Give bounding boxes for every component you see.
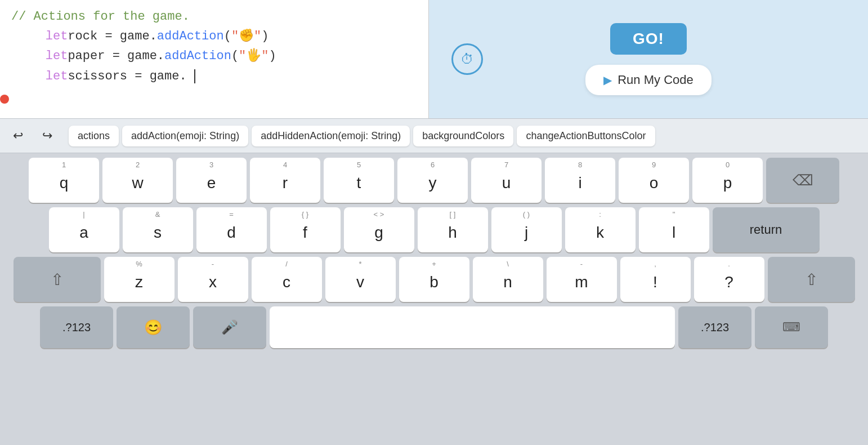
- code-keyword: let: [46, 26, 68, 46]
- key-c[interactable]: / c: [252, 257, 322, 302]
- key-j[interactable]: ( ) j: [491, 207, 562, 252]
- key-excl[interactable]: , !: [620, 257, 691, 302]
- key-p[interactable]: 0 p: [692, 158, 763, 203]
- key-z[interactable]: % z: [104, 257, 175, 302]
- key-d[interactable]: = d: [196, 207, 267, 252]
- key-y[interactable]: 6 y: [397, 158, 468, 203]
- code-keyword: let: [46, 46, 68, 66]
- key-h[interactable]: [ ] h: [418, 207, 488, 252]
- numbers-right-label: .?123: [701, 321, 729, 334]
- key-v[interactable]: * v: [325, 257, 396, 302]
- keyboard-row-2: | a & s = d { } f < > g [ ] h ( ) j : k: [2, 207, 866, 252]
- mic-icon: 🎤: [221, 319, 238, 335]
- key-l[interactable]: " l: [639, 207, 709, 252]
- shift-left-button[interactable]: ⇧: [14, 257, 101, 302]
- backspace-button[interactable]: ⌫: [766, 158, 839, 203]
- code-comment: // Actions for the game.: [11, 7, 190, 26]
- return-label: return: [750, 222, 782, 237]
- key-q[interactable]: 1 q: [29, 158, 99, 203]
- code-editor[interactable]: // Actions for the game. let rock = game…: [0, 0, 429, 118]
- key-n[interactable]: \ n: [473, 257, 543, 302]
- code-string: "🖐": [239, 46, 269, 66]
- code-line-3: let paper = game. addAction ( "🖐" ): [11, 46, 417, 66]
- key-i[interactable]: 8 i: [545, 158, 615, 203]
- autocomplete-bar: ↩ ↪ actions addAction(emoji: String) add…: [0, 118, 868, 153]
- code-indent: [11, 66, 41, 86]
- key-o[interactable]: 9 o: [619, 158, 689, 203]
- key-question[interactable]: . ?: [694, 257, 764, 302]
- code-plain: ): [269, 46, 276, 66]
- run-panel: ⏱ GO! ▶ Run My Code: [429, 0, 868, 118]
- code-method: addAction: [157, 26, 224, 46]
- backspace-icon: ⌫: [793, 172, 813, 189]
- key-r[interactable]: 4 r: [250, 158, 320, 203]
- autocomplete-chip-2[interactable]: addHiddenAction(emoji: String): [252, 126, 410, 146]
- code-plain: paper = game.: [68, 46, 164, 66]
- code-line-4: let scissors = game.: [11, 66, 417, 86]
- run-panel-inner: ⏱ GO! ▶ Run My Code: [440, 23, 857, 95]
- key-w[interactable]: 2 w: [102, 158, 173, 203]
- code-plain: rock = game.: [68, 26, 156, 46]
- keyboard-row-3: ⇧ % z - x / c * v + b \ n - m: [2, 257, 866, 302]
- autocomplete-chip-1[interactable]: addAction(emoji: String): [122, 126, 248, 146]
- key-a[interactable]: | a: [49, 207, 119, 252]
- autocomplete-chip-3[interactable]: backgroundColors: [413, 126, 513, 146]
- play-icon: ▶: [603, 73, 612, 87]
- emoji-button[interactable]: 😊: [117, 306, 190, 348]
- code-plain: (: [224, 26, 231, 46]
- numbers-button-left[interactable]: .?123: [40, 306, 113, 348]
- run-my-code-button[interactable]: ▶ Run My Code: [585, 65, 712, 95]
- shift-right-icon: ⇧: [805, 270, 818, 289]
- keyboard-row-1: 1 q 2 w 3 e 4 r 5 t 6 y 7 u 8 i: [2, 158, 866, 203]
- autocomplete-chip-4[interactable]: changeActionButtonsColor: [517, 126, 655, 146]
- keyboard-icon: ⌨: [782, 320, 800, 335]
- code-plain: (: [231, 46, 239, 66]
- code-method: addAction: [164, 46, 231, 66]
- autocomplete-chip-0[interactable]: actions: [69, 126, 119, 146]
- code-plain: scissors = game.: [68, 66, 195, 86]
- timer-icon: ⏱: [451, 43, 483, 75]
- key-s[interactable]: & s: [123, 207, 193, 252]
- key-k[interactable]: : k: [565, 207, 636, 252]
- code-keyword: let: [46, 66, 68, 86]
- redo-button[interactable]: ↪: [34, 123, 61, 149]
- code-indent: [11, 46, 41, 66]
- go-button[interactable]: GO!: [610, 23, 687, 55]
- undo-button[interactable]: ↩: [5, 123, 32, 149]
- code-indent: [11, 26, 41, 46]
- code-line-2: let rock = game. addAction ( "✊" ): [11, 26, 417, 46]
- keyboard-dismiss-button[interactable]: ⌨: [755, 306, 828, 348]
- error-indicator: [0, 95, 9, 104]
- key-f[interactable]: { } f: [270, 207, 341, 252]
- space-button[interactable]: [270, 306, 675, 348]
- numbers-button-right[interactable]: .?123: [678, 306, 751, 348]
- key-t[interactable]: 5 t: [324, 158, 394, 203]
- return-button[interactable]: return: [713, 207, 820, 252]
- mic-button[interactable]: 🎤: [193, 306, 266, 348]
- key-e[interactable]: 3 e: [176, 158, 247, 203]
- keyboard: 1 q 2 w 3 e 4 r 5 t 6 y 7 u 8 i: [0, 153, 868, 355]
- key-x[interactable]: - x: [178, 257, 248, 302]
- numbers-left-label: .?123: [62, 321, 91, 334]
- shift-left-icon: ⇧: [51, 270, 64, 289]
- key-b[interactable]: + b: [399, 257, 469, 302]
- shift-right-button[interactable]: ⇧: [768, 257, 855, 302]
- key-g[interactable]: < > g: [344, 207, 414, 252]
- undo-redo-group: ↩ ↪: [5, 123, 61, 149]
- keyboard-row-bottom: .?123 😊 🎤 .?123 ⌨: [2, 306, 866, 348]
- emoji-icon: 😊: [144, 319, 162, 336]
- run-my-code-label: Run My Code: [618, 73, 693, 87]
- code-plain: ): [261, 26, 269, 46]
- key-m[interactable]: - m: [547, 257, 617, 302]
- code-string: "✊": [231, 26, 261, 46]
- code-line-1: // Actions for the game.: [11, 7, 417, 26]
- key-u[interactable]: 7 u: [471, 158, 542, 203]
